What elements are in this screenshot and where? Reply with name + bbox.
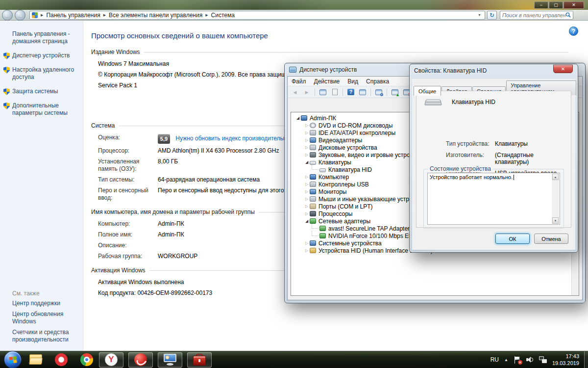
expander-collapsed-icon[interactable]: ▷ <box>304 241 310 245</box>
expander-collapsed-icon[interactable]: ▷ <box>304 175 310 179</box>
tab-general[interactable]: Общие <box>414 86 441 96</box>
menu-view[interactable]: Вид <box>343 77 362 86</box>
volume-icon[interactable] <box>526 356 534 363</box>
minimize-button[interactable]: – <box>534 1 548 9</box>
expander-collapsed-icon[interactable]: ▷ <box>304 123 310 128</box>
search-icon[interactable] <box>565 12 571 18</box>
breadcrumb-arrow-icon[interactable]: ▶ <box>204 13 209 17</box>
show-console-button[interactable] <box>318 87 328 97</box>
help-button[interactable]: ? <box>345 87 356 97</box>
expander-collapsed-icon[interactable]: ▷ <box>304 211 310 216</box>
toolbar-separator <box>370 88 371 96</box>
tree-item-label: Сетевые адаптеры <box>318 218 370 225</box>
breadcrumb-all-items[interactable]: Все элементы панели управления <box>107 12 204 19</box>
menu-help[interactable]: Справка <box>362 77 393 86</box>
search-box[interactable] <box>500 11 573 20</box>
forward-icon[interactable]: → <box>15 10 25 21</box>
audio-device-icon <box>310 152 316 158</box>
sidebar-item-support-center[interactable]: Центр поддержки <box>12 300 79 307</box>
taskbar-item-system-window[interactable] <box>158 352 182 368</box>
scroll-up-icon[interactable]: ▲ <box>552 174 559 180</box>
breadcrumb-control-panel[interactable]: Панель управления <box>44 12 102 19</box>
expander-collapsed-icon[interactable]: ▷ <box>304 145 310 150</box>
taskbar-item-yandex[interactable]: Y <box>99 352 123 368</box>
breadcrumb-arrow-icon[interactable]: ▶ <box>102 13 107 17</box>
sidebar-item-windows-update[interactable]: Центр обновления Windows <box>12 311 79 325</box>
expander-collapsed-icon[interactable]: ▷ <box>304 131 310 135</box>
device-status-textarea[interactable]: Устройство работает нормально. ▲ ▼ <box>427 173 560 225</box>
expander-expanded-icon[interactable]: ◢ <box>295 116 301 120</box>
row-value: Клавиатуры <box>495 140 566 147</box>
rating-badge: 5,9 <box>158 134 170 144</box>
properties-dialog-title: Свойства: Клавиатура HID <box>414 67 487 74</box>
ok-button[interactable]: ОК <box>495 234 530 244</box>
search-input[interactable] <box>502 12 565 18</box>
row-manufacturer: Изготовитель: (Стандартные клавиатуры) <box>446 152 566 165</box>
tray-date: 19.03.2019 <box>552 360 579 367</box>
tree-item-label: DVD и CD-ROM дисководы <box>318 122 392 129</box>
update-driver-button[interactable]: ▲ <box>390 87 400 97</box>
scan-hardware-button[interactable] <box>373 87 384 97</box>
expander-collapsed-icon[interactable]: ▷ <box>304 153 310 157</box>
sidebar-item-home[interactable]: Панель управления - домашняя страница <box>12 30 78 45</box>
close-button[interactable]: ✕ <box>564 1 584 9</box>
taskbar-item-device-manager[interactable] <box>187 352 212 368</box>
forward-button[interactable]: ► <box>301 87 312 97</box>
tree-item-label: IDE ATA/ATAPI контроллеры <box>318 130 395 136</box>
menu-file[interactable]: Файл <box>288 77 310 86</box>
hid-device-icon <box>310 248 316 253</box>
cancel-button[interactable]: Отмена <box>534 234 568 244</box>
breadcrumb-system[interactable]: Система <box>209 12 237 19</box>
textarea-scrollbar[interactable]: ▲ ▼ <box>552 174 559 224</box>
expander-collapsed-icon[interactable]: ▷ <box>304 204 310 209</box>
expander-expanded-icon[interactable]: ◢ <box>304 160 310 164</box>
keyboard-icon <box>424 99 442 105</box>
address-dropdown-icon[interactable]: ▼ <box>476 13 483 17</box>
menu-action[interactable]: Действие <box>310 77 344 86</box>
properties-dialog-titlebar[interactable]: Свойства: Клавиатура HID <box>410 64 578 77</box>
tree-item-label: Дисковые устройства <box>318 144 377 151</box>
help-icon[interactable]: ? <box>569 26 578 36</box>
system-window-titlebar[interactable]: – ▢ ✕ <box>0 0 588 10</box>
clock[interactable]: 17:43 19.03.2019 <box>552 353 582 367</box>
action-center-alert-badge: ✕ <box>518 360 522 365</box>
properties-button[interactable] <box>329 87 340 97</box>
show-desktop-button[interactable] <box>584 351 588 368</box>
dvd-drive-icon <box>310 123 316 128</box>
network-adapter-icon <box>319 233 326 238</box>
action-center-flag-icon[interactable]: ✕ <box>514 356 521 364</box>
expander-collapsed-icon[interactable]: ▷ <box>304 182 310 186</box>
sidebar-item-performance-counters[interactable]: Счетчики и средства производительности <box>12 329 79 343</box>
sidebar-item-device-manager[interactable]: Диспетчер устройств <box>12 52 79 59</box>
taskbar-item-chrome[interactable] <box>79 352 94 367</box>
device-manager-toolbox-icon <box>193 356 206 366</box>
scroll-down-icon[interactable]: ▼ <box>552 217 559 224</box>
breadcrumb-arrow-icon[interactable]: ▶ <box>40 13 44 17</box>
maximize-button[interactable]: ▢ <box>549 1 563 9</box>
hidden-icons-arrow-icon[interactable]: ▲ <box>504 358 508 362</box>
network-icon[interactable] <box>539 356 547 363</box>
back-icon[interactable]: ← <box>2 10 13 21</box>
expander-expanded-icon[interactable]: ◢ <box>304 219 310 223</box>
back-button[interactable]: ◄ <box>290 87 300 97</box>
device-status-text: Устройство работает нормально. <box>430 174 513 180</box>
expander-collapsed-icon[interactable]: ▷ <box>304 197 310 201</box>
mouse-icon <box>310 196 316 202</box>
explorer-folder-icon <box>29 354 42 365</box>
taskbar-item-red-app[interactable] <box>128 352 153 368</box>
expander-collapsed-icon[interactable]: ▷ <box>304 138 310 142</box>
computer-icon <box>301 115 307 121</box>
sidebar-item-remote-access[interactable]: Настройка удаленного доступа <box>12 66 79 81</box>
expander-collapsed-icon[interactable]: ▷ <box>304 189 310 194</box>
language-indicator[interactable]: RU <box>490 356 499 363</box>
sidebar-item-advanced-settings[interactable]: Дополнительные параметры системы <box>12 102 79 117</box>
refresh-icon[interactable]: ↻ <box>487 11 497 20</box>
expander-collapsed-icon[interactable]: ▷ <box>304 248 310 253</box>
breadcrumb[interactable]: ▶ Панель управления ▶ Все элементы панел… <box>29 11 485 20</box>
taskbar-item-explorer[interactable] <box>28 352 43 367</box>
window-list-button[interactable] <box>357 87 368 97</box>
sidebar-item-system-protection[interactable]: Защита системы <box>12 88 79 95</box>
close-icon[interactable]: ✕ <box>553 65 573 73</box>
taskbar-item-opera[interactable] <box>54 352 69 367</box>
start-button[interactable] <box>4 351 22 368</box>
